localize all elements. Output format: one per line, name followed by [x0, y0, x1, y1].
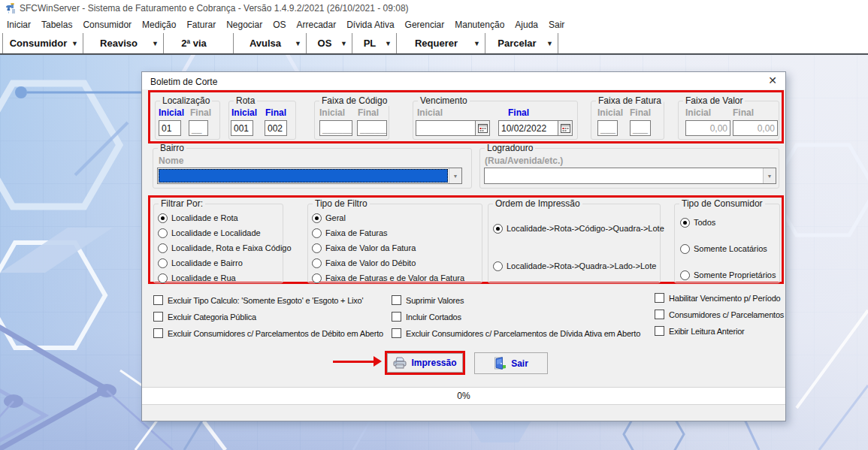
menu-item-negociar[interactable]: Negociar — [221, 20, 268, 30]
group-bairro: Bairro Nome ▼ — [153, 148, 472, 189]
label-inicial: Inicial — [597, 107, 623, 118]
radio-selected-icon — [493, 224, 503, 234]
radio-faixa-de-valor-do-debito[interactable]: Faixa de Valor do Débito — [312, 258, 482, 268]
radio-label: Faixa de Valor da Fatura — [325, 243, 416, 252]
checkbox-excluir-consumidores-c-parcelamentos-de-divida-ativa-em-aberto[interactable]: Excluir Consumidores c/ Parcelamentos de… — [392, 328, 640, 339]
chevron-down-icon[interactable]: ▼ — [295, 40, 301, 47]
group-legend: Faixa de Código — [319, 96, 389, 106]
checkbox-excluir-tipo-calculo-somente-esgoto-e-esgoto-lixo[interactable]: Excluir Tipo Calculo: 'Somente Esgoto' e… — [153, 294, 383, 306]
checkbox-suprimir-valores[interactable]: Suprimir Valores — [392, 294, 640, 306]
toolbar-button-avulsa[interactable]: Avulsa▼ — [233, 33, 306, 53]
radio-faixa-de-valor-da-fatura[interactable]: Faixa de Valor da Fatura — [312, 243, 482, 253]
group-logradouro: Logradouro (Rua/Avenida/etc.) ▼ — [479, 148, 779, 189]
radio-localidade-rota-e-faixa-codigo[interactable]: Localidade, Rota e Faixa Código — [158, 243, 283, 253]
checkbox-unchecked-icon — [655, 326, 664, 336]
toolbar: Consumidor▼Reaviso▼2ª viaAvulsa▼OS▼PL▼Re… — [0, 33, 868, 55]
checkbox-exibir-leitura-anterior[interactable]: Exibir Leitura Anterior — [655, 325, 784, 337]
checkbox-excluir-consumidores-c-parcelamentos-de-debito-em-aberto[interactable]: Excluir Consumidores c/ Parcelamentos de… — [153, 328, 383, 339]
print-button-label: Impressão — [411, 358, 456, 368]
checkbox-unchecked-icon — [392, 312, 401, 322]
annotation-arrow-head — [374, 356, 382, 367]
toolbar-button-os[interactable]: OS▼ — [306, 33, 352, 53]
chevron-down-icon[interactable]: ▼ — [152, 40, 159, 47]
close-icon[interactable]: ✕ — [768, 74, 777, 86]
radio-geral[interactable]: Geral — [312, 213, 482, 223]
valor-final-input[interactable]: 0,00 — [733, 120, 778, 136]
menu-item-arrecadar[interactable]: Arrecadar — [292, 20, 342, 30]
checkbox-consumidores-c-parcelamentos[interactable]: Consumidores c/ Parcelamentos — [655, 309, 784, 320]
radio-localidade-e-bairro[interactable]: Localidade e Bairro — [158, 258, 283, 268]
checkbox-unchecked-icon — [392, 295, 401, 305]
toolbar-button-consumidor[interactable]: Consumidor▼ — [2, 33, 83, 53]
radio-localidade-e-localidade[interactable]: Localidade e Localidade — [158, 228, 283, 238]
print-button[interactable]: Impressão — [387, 353, 463, 373]
menu-item-consumidor[interactable]: Consumidor — [77, 20, 137, 30]
group-legend: Localização — [160, 96, 212, 106]
logradouro-combobox[interactable]: ▼ — [484, 168, 776, 184]
radio-localidade-rota-codigo-quadra-lote[interactable]: Localidade->Rota->Código->Quadra->Lote — [493, 223, 660, 234]
localizacao-inicial-input[interactable]: 01 — [159, 120, 181, 136]
chevron-down-icon[interactable]: ▼ — [473, 40, 480, 47]
radio-somente-proprietarios[interactable]: Somente Proprietários — [680, 270, 779, 280]
calendar-button[interactable] — [558, 120, 573, 136]
checkbox-excluir-categoria-publica[interactable]: Excluir Categoria Pública — [153, 311, 383, 322]
chevron-down-icon[interactable]: ▼ — [546, 40, 553, 47]
toolbar-button-parcelar[interactable]: Parcelar▼ — [485, 33, 558, 53]
boletim-de-corte-dialog: Boletim de Corte ✕ Localização Inicial F… — [141, 71, 786, 421]
rota-inicial-input[interactable]: 001 — [231, 120, 253, 136]
bairro-combobox[interactable]: ▼ — [157, 168, 462, 184]
menu-item-ajuda[interactable]: Ajuda — [510, 20, 543, 30]
menu-item-faturar[interactable]: Faturar — [181, 20, 221, 30]
radio-todos[interactable]: Todos — [680, 217, 779, 228]
toolbar-button-requerer[interactable]: Requerer▼ — [396, 33, 485, 53]
calendar-button[interactable] — [476, 120, 490, 136]
label-final: Final — [265, 107, 286, 118]
label-final: Final — [733, 107, 754, 118]
fatura-inicial-input[interactable]: ___ — [597, 120, 618, 136]
chevron-down-icon[interactable]: ▼ — [385, 40, 392, 47]
chevron-down-icon[interactable]: ▼ — [340, 40, 347, 47]
radio-localidade-e-rua[interactable]: Localidade e Rua — [158, 273, 283, 283]
calendar-icon — [478, 124, 488, 133]
radio-unselected-icon — [312, 258, 322, 268]
menu-item-divida-ativa[interactable]: Dívida Ativa — [341, 20, 399, 30]
radio-unselected-icon — [158, 273, 168, 283]
codigo-final-input[interactable]: ______ — [357, 120, 387, 136]
radio-localidade-rota-quadra-lado-lote[interactable]: Localidade->Rota->Quadra->Lado->Lote — [493, 261, 660, 271]
radio-faixa-de-faturas[interactable]: Faixa de Faturas — [312, 228, 482, 238]
menu-item-sair[interactable]: Sair — [543, 20, 570, 30]
toolbar-button-pl[interactable]: PL▼ — [352, 33, 396, 53]
codigo-inicial-input[interactable]: ______ — [319, 120, 352, 136]
menu-item-tabelas[interactable]: Tabelas — [36, 20, 77, 30]
toolbar-button-reaviso[interactable]: Reaviso▼ — [83, 33, 163, 53]
valor-inicial-input[interactable]: 0,00 — [685, 120, 730, 136]
label-inicial: Inicial — [231, 107, 257, 118]
checkbox-label: Excluir Tipo Calculo: 'Somente Esgoto' e… — [168, 296, 363, 305]
rota-final-input[interactable]: 002 — [265, 120, 287, 136]
dialog-titlebar[interactable]: Boletim de Corte ✕ — [142, 72, 785, 89]
toolbar-button-2-via[interactable]: 2ª via — [163, 33, 233, 53]
chevron-down-icon[interactable]: ▼ — [71, 40, 78, 47]
menu-item-os[interactable]: OS — [268, 20, 291, 30]
radio-label: Localidade e Localidade — [171, 228, 261, 237]
menu-item-manutencao[interactable]: Manutenção — [449, 20, 510, 30]
menu-item-medicao[interactable]: Medição — [137, 20, 181, 30]
radio-localidade-e-rota[interactable]: Localidade e Rota — [158, 213, 283, 223]
vencimento-final-input[interactable]: 10/02/2022 — [498, 120, 558, 136]
checkbox-column-3: Habilitar Vencimento p/ PeríodoConsumido… — [655, 292, 784, 342]
exit-button[interactable]: Sair — [474, 352, 548, 374]
chevron-down-icon[interactable]: ▼ — [449, 168, 461, 183]
radio-faixa-de-faturas-e-de-valor-da-fatura[interactable]: Faixa de Faturas e de Valor da Fatura — [312, 273, 482, 283]
radio-selected-icon — [680, 218, 690, 228]
radio-label: Faixa de Faturas — [325, 228, 388, 237]
vencimento-inicial-input[interactable] — [416, 120, 476, 136]
checkbox-habilitar-vencimento-p-periodo[interactable]: Habilitar Vencimento p/ Período — [655, 292, 784, 304]
menu-item-gerenciar[interactable]: Gerenciar — [400, 20, 450, 30]
fatura-final-input[interactable]: ___ — [630, 120, 651, 136]
radio-somente-locatarios[interactable]: Somente Locatários — [680, 243, 779, 254]
group-legend: Vencimento — [418, 96, 470, 106]
menu-item-iniciar[interactable]: Iniciar — [2, 20, 36, 30]
localizacao-final-input[interactable]: __ — [189, 120, 208, 136]
chevron-down-icon[interactable]: ▼ — [763, 168, 776, 183]
checkbox-incluir-cortados[interactable]: Incluir Cortados — [392, 311, 640, 322]
